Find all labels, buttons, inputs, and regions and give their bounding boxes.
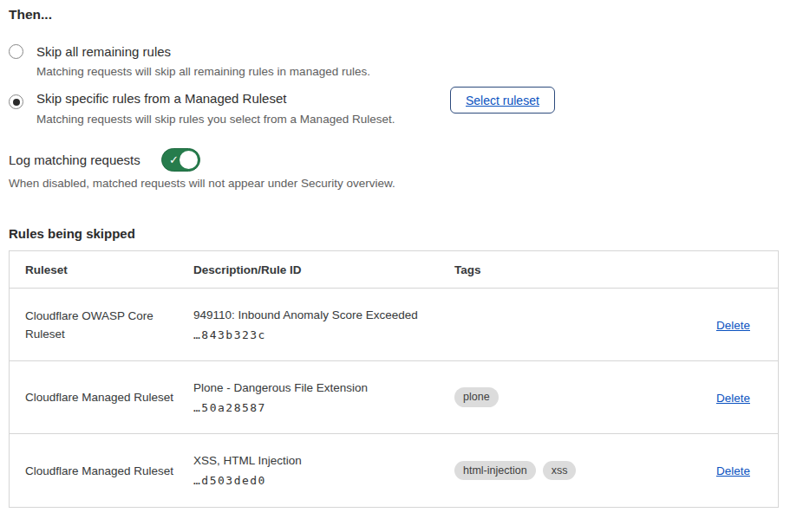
ruleset-name: Cloudflare Managed Ruleset [25,462,173,480]
ruleset-name: Cloudflare OWASP Core Ruleset [25,307,177,343]
select-ruleset-button[interactable]: Select ruleset [450,87,555,114]
log-toggle[interactable]: ✓ [161,148,200,172]
table-row: Cloudflare Managed Ruleset XSS, HTML Inj… [10,434,778,507]
action-cell: Delete [626,463,778,478]
rule-id: …50a28587 [193,401,454,414]
option-skip-all-label[interactable]: Skip all remaining rules [36,44,171,59]
description-cell: 949110: Inbound Anomaly Score Exceeded …… [193,308,454,341]
table-header-row: Ruleset Description/Rule ID Tags [10,251,778,289]
column-header-tags: Tags [454,263,626,276]
tags-cell: plone [454,387,626,407]
waf-rule-config-page: Then... Skip all remaining rules Matchin… [0,0,790,532]
action-cell: Delete [626,317,778,333]
column-header-ruleset: Ruleset [10,263,193,276]
option-skip-specific-label[interactable]: Skip specific rules from a Managed Rules… [36,91,286,106]
radio-skip-all-rules[interactable] [9,44,23,59]
toggle-knob [180,151,198,169]
delete-link[interactable]: Delete [716,464,750,477]
ruleset-name: Cloudflare Managed Ruleset [25,388,173,406]
check-icon: ✓ [169,152,179,167]
description-cell: XSS, HTML Injection …d503ded0 [193,454,454,487]
table-row: Cloudflare OWASP Core Ruleset 949110: In… [10,289,778,361]
description-cell: Plone - Dangerous File Extension …50a285… [193,381,454,414]
tag-badge: plone [454,387,499,407]
rule-description: 949110: Inbound Anomaly Score Exceeded [193,308,454,321]
option-skip-specific-description: Matching requests will skip rules you se… [36,113,395,126]
table-row: Cloudflare Managed Ruleset Plone - Dange… [10,361,778,434]
skipped-rules-table: Ruleset Description/Rule ID Tags Cloudfl… [9,250,779,508]
delete-link[interactable]: Delete [716,319,750,332]
ruleset-cell: Cloudflare Managed Ruleset [10,388,193,406]
tags-cell: html-injectionxss [454,461,626,481]
tag-badge: xss [543,461,577,481]
rule-id: …843b323c [193,328,454,341]
column-header-description: Description/Rule ID [193,263,454,276]
radio-skip-specific-rules[interactable] [9,94,23,109]
rule-description: XSS, HTML Injection [193,454,454,467]
ruleset-cell: Cloudflare Managed Ruleset [10,462,193,480]
rule-id: …d503ded0 [193,474,454,487]
ruleset-cell: Cloudflare OWASP Core Ruleset [10,307,193,343]
delete-link[interactable]: Delete [716,392,750,405]
rule-description: Plone - Dangerous File Extension [193,381,454,394]
option-skip-all-description: Matching requests will skip all remainin… [36,65,370,78]
tag-badge: html-injection [454,461,536,481]
table-body: Cloudflare OWASP Core Ruleset 949110: In… [10,289,778,507]
log-matching-requests-label: Log matching requests [9,152,140,167]
then-heading: Then... [9,7,52,23]
rules-being-skipped-heading: Rules being skipped [9,226,135,241]
log-toggle-description: When disabled, matched requests will not… [9,177,395,190]
action-cell: Delete [626,390,778,405]
